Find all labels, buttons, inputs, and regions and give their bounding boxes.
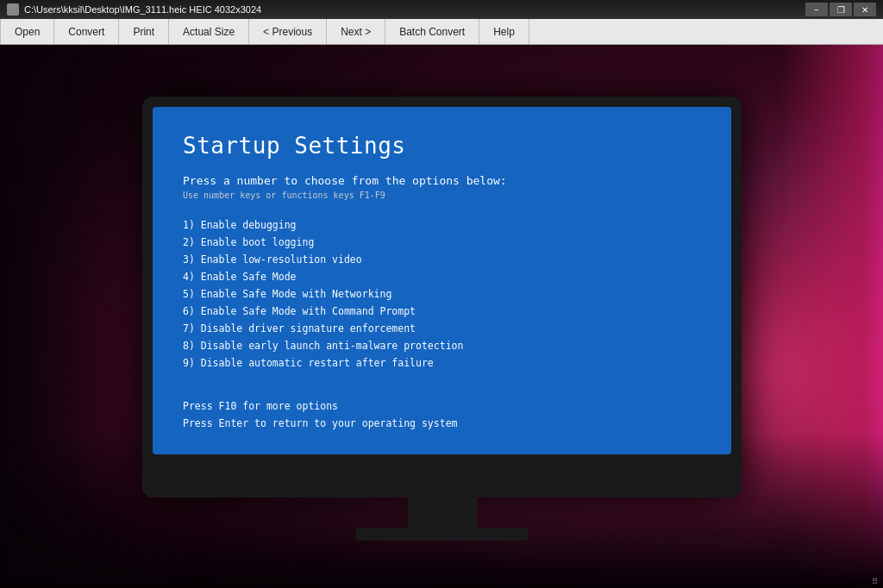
tv-stand bbox=[408, 497, 477, 532]
option-6: 6) Enable Safe Mode with Command Prompt bbox=[183, 303, 701, 320]
app-icon bbox=[7, 3, 19, 16]
restore-button[interactable]: ❐ bbox=[830, 3, 852, 16]
window-title: C:\Users\kksil\Desktop\IMG_3111.heic HEI… bbox=[24, 4, 261, 15]
screen-options: 1) Enable debugging 2) Enable boot loggi… bbox=[183, 217, 701, 372]
option-1: 1) Enable debugging bbox=[183, 217, 701, 234]
footer-line-1: Press F10 for more options bbox=[183, 397, 701, 416]
actual-size-button[interactable]: Actual Size bbox=[169, 19, 249, 44]
option-8: 8) Disable early launch anti-malware pro… bbox=[183, 338, 701, 354]
status-bar: ⠿ bbox=[872, 577, 878, 586]
screen-subtitle: Press a number to choose from the option… bbox=[183, 174, 701, 187]
option-3: 3) Enable low-resolution video bbox=[183, 252, 701, 268]
open-button[interactable]: Open bbox=[0, 19, 54, 44]
option-5: 5) Enable Safe Mode with Networking bbox=[183, 286, 701, 303]
screen-hint: Use number keys or functions keys F1-F9 bbox=[183, 191, 701, 200]
screen-footer: Press F10 for more options Press Enter t… bbox=[183, 397, 701, 433]
tv-screen: Startup Settings Press a number to choos… bbox=[153, 107, 731, 454]
status-icon: ⠿ bbox=[872, 577, 878, 586]
help-button[interactable]: Help bbox=[479, 19, 529, 44]
tv-monitor: Startup Settings Press a number to choos… bbox=[142, 97, 742, 497]
convert-button[interactable]: Convert bbox=[54, 19, 119, 44]
main-content: Startup Settings Press a number to choos… bbox=[0, 45, 883, 588]
print-button[interactable]: Print bbox=[119, 19, 169, 44]
title-bar: C:\Users\kksil\Desktop\IMG_3111.heic HEI… bbox=[0, 0, 883, 19]
screen-content: Startup Settings Press a number to choos… bbox=[153, 107, 731, 454]
option-2: 2) Enable boot logging bbox=[183, 235, 701, 251]
next-button[interactable]: Next > bbox=[327, 19, 385, 44]
toolbar: Open Convert Print Actual Size < Previou… bbox=[0, 19, 883, 45]
option-7: 7) Disable driver signature enforcement bbox=[183, 321, 701, 337]
close-button[interactable]: ✕ bbox=[854, 3, 876, 16]
title-bar-left: C:\Users\kksil\Desktop\IMG_3111.heic HEI… bbox=[7, 3, 261, 16]
footer-line-2: Press Enter to return to your operating … bbox=[183, 415, 701, 433]
option-4: 4) Enable Safe Mode bbox=[183, 269, 701, 285]
tv-base bbox=[356, 528, 529, 541]
window-controls[interactable]: − ❐ ✕ bbox=[805, 3, 876, 16]
previous-button[interactable]: < Previous bbox=[249, 19, 327, 44]
screen-title: Startup Settings bbox=[183, 133, 701, 159]
batch-convert-button[interactable]: Batch Convert bbox=[385, 19, 479, 44]
minimize-button[interactable]: − bbox=[805, 3, 828, 16]
option-9: 9) Disable automatic restart after failu… bbox=[183, 355, 701, 372]
